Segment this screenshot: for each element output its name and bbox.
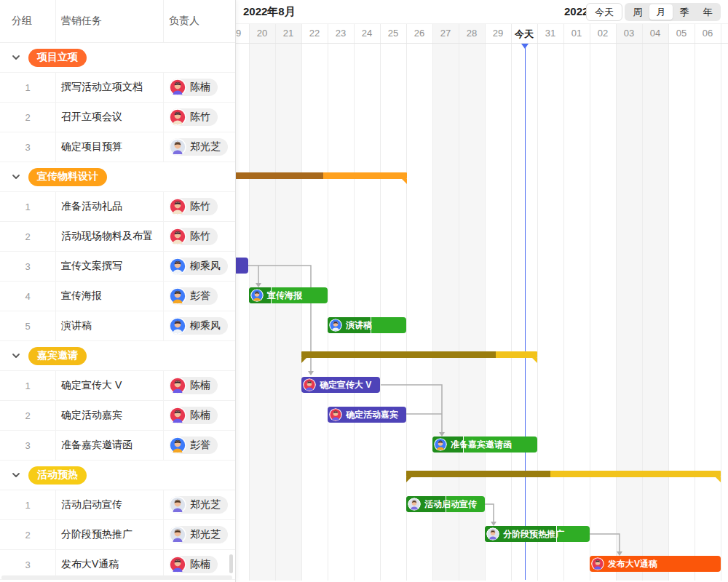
task-number: 1 — [0, 82, 55, 93]
task-row[interactable]: 2 活动现场物料及布置 陈竹 — [0, 222, 235, 252]
task-bar-发布大V通稿[interactable]: 发布大V通稿 — [590, 556, 721, 572]
task-number: 1 — [0, 202, 55, 212]
task-name: 撰写活动立项文档 — [55, 81, 163, 94]
column-divider — [55, 550, 56, 579]
task-name: 演讲稿 — [55, 319, 163, 332]
avatar-柳乘风 — [169, 317, 186, 335]
group-summary-bar-宣传物料设计[interactable] — [236, 172, 407, 179]
task-number: 2 — [0, 530, 55, 541]
task-row[interactable]: 2 召开立项会议 陈竹 — [0, 103, 235, 132]
owner-name: 柳乘风 — [190, 319, 221, 332]
task-owner-cell: 陈竹 — [163, 228, 235, 245]
column-divider — [55, 282, 56, 311]
owner-name: 彭誉 — [190, 290, 210, 303]
bar-label: 确定活动嘉宾 — [346, 409, 398, 421]
task-bar-演讲稿[interactable]: 演讲稿 — [328, 317, 406, 333]
task-row[interactable]: 3 宣传文案撰写 柳乘风 — [0, 252, 235, 282]
chevron-down-icon[interactable] — [12, 172, 20, 181]
task-bar-clipped[interactable] — [236, 258, 248, 274]
task-name: 确定项目预算 — [55, 140, 163, 154]
avatar-陈楠 — [169, 377, 186, 394]
task-row[interactable]: 5 演讲稿 柳乘风 — [0, 311, 235, 341]
owner-pill: 陈楠 — [169, 79, 218, 96]
bar-content: 确定活动嘉宾 — [328, 407, 406, 423]
group-bar-remaining — [406, 471, 721, 477]
bar-label: 发布大V通稿 — [608, 558, 657, 570]
month-label-august: 2022年8月 — [243, 5, 296, 19]
column-divider — [163, 192, 164, 221]
task-row[interactable]: 2 确定活动嘉宾 陈楠 — [0, 401, 235, 431]
bar-label: 演讲稿 — [346, 319, 372, 332]
bar-content: 确定宣传大 V — [301, 377, 380, 393]
view-mode-季[interactable]: 季 — [673, 4, 696, 20]
task-name: 分阶段预热推广 — [55, 528, 163, 541]
column-divider — [163, 73, 164, 102]
task-bar-确定活动嘉宾[interactable]: 确定活动嘉宾 — [328, 407, 406, 423]
task-number: 1 — [0, 380, 55, 391]
task-name: 活动启动宣传 — [55, 498, 163, 511]
task-bar-宣传海报[interactable]: 宣传海报 — [249, 287, 328, 303]
owner-pill: 陈竹 — [169, 198, 218, 215]
task-number: 3 — [0, 440, 55, 451]
owner-name: 陈楠 — [190, 558, 210, 571]
owner-name: 郑光芝 — [190, 498, 221, 511]
avatar-陈竹 — [169, 228, 186, 245]
task-owner-cell: 彭誉 — [163, 287, 235, 305]
task-row[interactable]: 1 撰写活动立项文档 陈楠 — [0, 73, 235, 103]
bar-content: 准备嘉宾邀请函 — [432, 436, 537, 453]
task-row[interactable]: 4 宣传海报 彭誉 — [0, 282, 235, 311]
group-row-宣传物料设计[interactable]: 宣传物料设计 — [0, 162, 235, 192]
vertical-scrollbar-thumb[interactable] — [229, 554, 233, 573]
group-row-活动预热[interactable]: 活动预热 — [0, 461, 235, 490]
task-name: 发布大V通稿 — [55, 558, 163, 571]
task-owner-cell: 陈楠 — [163, 556, 235, 573]
column-divider — [55, 371, 56, 400]
task-bar-确定宣传大 V[interactable]: 确定宣传大 V — [301, 377, 380, 393]
task-bar-准备嘉宾邀请函[interactable]: 准备嘉宾邀请函 — [432, 436, 537, 453]
column-header-owner: 负责人 — [163, 15, 235, 28]
task-row[interactable]: 2 分阶段预热推广 郑光芝 — [0, 520, 235, 550]
column-divider — [163, 311, 164, 340]
task-number: 3 — [0, 559, 55, 570]
group-row-项目立项[interactable]: 项目立项 — [0, 43, 235, 73]
owner-name: 陈楠 — [190, 81, 210, 94]
group-row-嘉宾邀请[interactable]: 嘉宾邀请 — [0, 341, 235, 371]
task-row[interactable]: 1 准备活动礼品 陈竹 — [0, 192, 235, 222]
owner-pill: 陈楠 — [169, 556, 218, 573]
chevron-down-icon[interactable] — [12, 53, 20, 62]
task-owner-cell: 彭誉 — [163, 436, 235, 454]
bar-label: 准备嘉宾邀请函 — [451, 439, 512, 451]
task-row[interactable]: 3 确定项目预算 郑光芝 — [0, 132, 235, 162]
task-bar-分阶段预热推广[interactable]: 分阶段预热推广 — [485, 526, 590, 542]
view-mode-年[interactable]: 年 — [696, 4, 719, 20]
view-mode-月[interactable]: 月 — [649, 4, 673, 20]
day-gridline — [485, 23, 486, 581]
task-owner-cell: 柳乘风 — [163, 258, 235, 275]
column-divider — [163, 222, 164, 251]
column-divider — [55, 0, 56, 42]
column-divider — [55, 311, 56, 340]
column-divider — [55, 132, 56, 162]
task-number: 2 — [0, 410, 55, 421]
owner-name: 郑光芝 — [190, 140, 221, 154]
group-summary-bar-活动预热[interactable] — [406, 471, 721, 477]
bar-label: 分阶段预热推广 — [503, 528, 564, 541]
date-cell-21: 21 — [275, 28, 301, 39]
view-mode-周[interactable]: 周 — [626, 4, 649, 20]
task-row[interactable]: 1 活动启动宣传 郑光芝 — [0, 490, 235, 520]
task-owner-cell: 陈竹 — [163, 198, 235, 215]
avatar-郑光芝 — [408, 498, 421, 511]
task-row[interactable]: 1 确定宣传大 V 陈楠 — [0, 371, 235, 401]
chevron-down-icon[interactable] — [12, 471, 20, 479]
chevron-down-icon[interactable] — [12, 351, 20, 360]
table-header: 分组 营销任务 负责人 — [0, 0, 235, 43]
today-button[interactable]: 今天 — [586, 3, 622, 21]
group-summary-bar-嘉宾邀请[interactable] — [301, 351, 537, 358]
column-divider — [163, 282, 164, 311]
task-bar-活动启动宣传[interactable]: 活动启动宣传 — [406, 496, 485, 512]
weekend-shade — [616, 23, 642, 581]
horizontal-scrollbar[interactable] — [1, 575, 232, 580]
task-row[interactable]: 3 准备嘉宾邀请函 彭誉 — [0, 431, 235, 461]
owner-name: 彭誉 — [190, 439, 210, 452]
date-cell-今天: 今天 — [511, 28, 537, 41]
